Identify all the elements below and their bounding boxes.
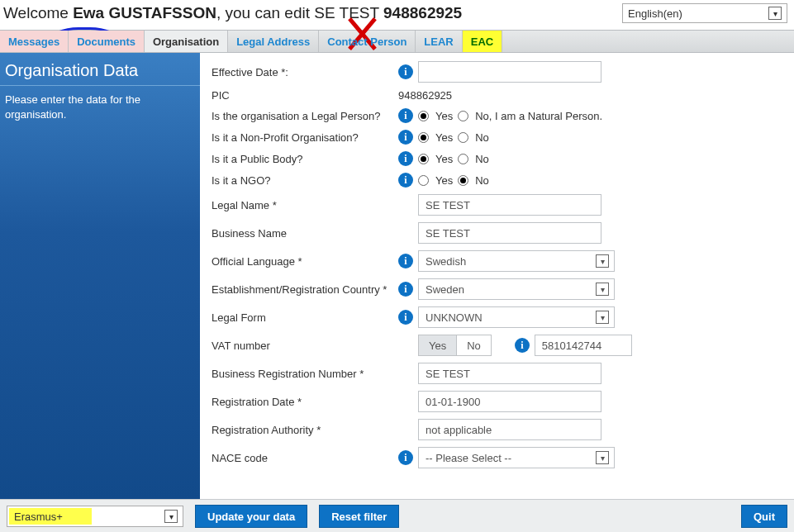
vat-label: VAT number — [200, 340, 398, 352]
yes-label: Yes — [435, 131, 453, 144]
nace-label: NACE code — [200, 452, 398, 464]
sidebar-title: Organisation Data — [0, 53, 200, 86]
info-icon[interactable]: i — [398, 173, 413, 188]
chevron-down-icon: ▾ — [596, 311, 609, 324]
info-icon[interactable]: i — [398, 282, 413, 297]
reset-filter-button[interactable]: Reset filter — [319, 505, 399, 528]
info-icon[interactable]: i — [398, 450, 413, 465]
pic-value: 948862925 — [398, 89, 452, 102]
bottom-bar: Erasmus+ ▾ Update your data Reset filter… — [0, 499, 794, 532]
tab-legal-address[interactable]: Legal Address — [228, 31, 319, 52]
tab-organisation[interactable]: Organisation — [145, 31, 228, 52]
tab-documents[interactable]: Documents — [69, 31, 145, 52]
sidebar: Organisation Data Please enter the data … — [0, 53, 200, 499]
public-body-label: Is it a Public Body? — [200, 153, 398, 165]
legal-person-yes-radio[interactable] — [418, 111, 429, 121]
est-country-value: Sweden — [426, 283, 464, 296]
reg-date-input[interactable] — [418, 391, 601, 412]
legal-form-value: UNKNOWN — [426, 311, 483, 324]
vat-yes[interactable]: Yes — [419, 335, 456, 355]
sidebar-hint: Please enter the data for the organisati… — [0, 86, 200, 122]
tab-eac[interactable]: EAC — [463, 31, 502, 52]
brn-label: Business Registration Number * — [200, 368, 398, 380]
legal-person-no-label: No, I am a Natural Person. — [475, 110, 602, 122]
info-icon[interactable]: i — [398, 310, 413, 325]
no-label: No — [475, 174, 489, 187]
vat-toggle[interactable]: Yes No — [418, 335, 492, 356]
language-select[interactable]: English(en) ▾ — [622, 3, 787, 23]
info-icon[interactable]: i — [398, 64, 413, 79]
business-name-input[interactable] — [418, 222, 601, 244]
brn-input[interactable] — [418, 363, 601, 384]
info-icon[interactable]: i — [398, 108, 413, 123]
tab-bar: Messages Documents Organisation Legal Ad… — [0, 30, 794, 53]
effective-date-input[interactable] — [418, 61, 601, 83]
chevron-down-icon: ▾ — [596, 254, 609, 268]
form-panel: Effective Date *: i PIC 948862925 Is the… — [200, 53, 794, 499]
info-icon[interactable]: i — [398, 254, 413, 268]
reg-auth-input[interactable] — [418, 419, 601, 440]
info-icon[interactable]: i — [515, 338, 530, 353]
legal-name-label: Legal Name * — [200, 199, 398, 211]
no-label: No — [475, 153, 489, 165]
nonprofit-label: Is it a Non-Profit Organisation? — [200, 131, 398, 144]
programme-select[interactable]: Erasmus+ ▾ — [7, 506, 183, 527]
chevron-down-icon: ▾ — [596, 283, 609, 296]
chevron-down-icon: ▾ — [768, 7, 782, 20]
legal-person-yes-label: Yes — [435, 110, 453, 122]
business-name-label: Business Name — [200, 227, 398, 240]
tab-lear[interactable]: LEAR — [416, 31, 462, 52]
yes-label: Yes — [435, 174, 453, 187]
chevron-down-icon: ▾ — [596, 451, 609, 464]
est-country-select[interactable]: Sweden ▾ — [418, 278, 615, 300]
nace-value: -- Please Select -- — [426, 452, 511, 464]
nonprofit-yes-radio[interactable] — [418, 132, 429, 143]
ngo-label: Is it a NGO? — [200, 174, 398, 187]
reg-date-label: Registration Date * — [200, 396, 398, 408]
quit-button[interactable]: Quit — [741, 505, 787, 528]
no-label: No — [475, 131, 489, 144]
legal-form-select[interactable]: UNKNOWN ▾ — [418, 306, 615, 328]
public-body-yes-radio[interactable] — [418, 154, 429, 164]
reg-auth-label: Registration Authority * — [200, 424, 398, 436]
pic-label: PIC — [200, 89, 398, 102]
language-value: English(en) — [628, 7, 682, 20]
ngo-yes-radio[interactable] — [418, 175, 429, 186]
official-language-value: Swedish — [426, 255, 466, 268]
yes-label: Yes — [435, 153, 453, 165]
welcome-text: Welcome Ewa GUSTAFSSON, you can edit SE … — [3, 4, 462, 22]
official-language-select[interactable]: Swedish ▾ — [418, 250, 615, 272]
chevron-down-icon: ▾ — [164, 510, 178, 523]
nace-select[interactable]: -- Please Select -- ▾ — [418, 447, 615, 468]
tab-messages[interactable]: Messages — [0, 31, 69, 52]
info-icon[interactable]: i — [398, 151, 413, 166]
est-country-label: Establishment/Registration Country * — [200, 283, 398, 296]
official-language-label: Official Language * — [200, 255, 398, 268]
legal-name-input[interactable] — [418, 194, 601, 216]
effective-date-label: Effective Date *: — [200, 66, 398, 78]
vat-number-input[interactable] — [535, 335, 632, 356]
tab-contact-person[interactable]: Contact Person — [319, 31, 416, 52]
legal-person-no-radio[interactable] — [458, 111, 468, 121]
programme-value: Erasmus+ — [14, 511, 63, 523]
public-body-no-radio[interactable] — [458, 154, 468, 164]
ngo-no-radio[interactable] — [458, 175, 468, 186]
legal-person-label: Is the organisation a Legal Person? — [200, 110, 398, 122]
legal-form-label: Legal Form — [200, 311, 398, 324]
nonprofit-no-radio[interactable] — [458, 132, 468, 143]
info-icon[interactable]: i — [398, 130, 413, 145]
vat-no[interactable]: No — [456, 335, 491, 355]
update-button[interactable]: Update your data — [195, 505, 307, 528]
